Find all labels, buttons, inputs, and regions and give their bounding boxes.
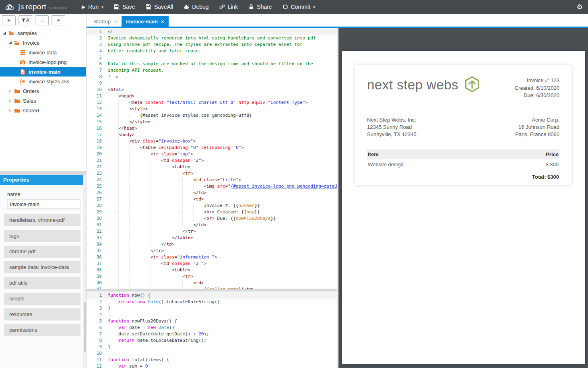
code-line[interactable]: 23 <tr> [87, 170, 337, 177]
debug-button[interactable]: Debug [178, 0, 214, 14]
tree-caret-icon[interactable] [8, 41, 12, 45]
name-input[interactable] [7, 199, 80, 209]
tree-item-sales[interactable]: Sales [0, 96, 86, 105]
code-line[interactable]: 24 <td class="title"> [87, 177, 337, 183]
menu-button[interactable]: ≡ [52, 15, 65, 25]
code-line[interactable]: 32 </tr> [87, 228, 337, 235]
code-line[interactable]: 36 <tr class="information "> [87, 254, 337, 260]
code-line[interactable]: 10 [87, 350, 337, 357]
code-line[interactable]: 11function total(items) { [87, 357, 337, 363]
tree-item-invoice[interactable]: Invoice [0, 38, 86, 48]
helpers-js-editor[interactable]: 1function now() {2 return new Date().toL… [87, 292, 337, 368]
settings-gear-icon[interactable]: ⚙ [571, 3, 588, 11]
code-line[interactable]: 2 return new Date().toLocaleDateString() [87, 299, 337, 305]
save-button[interactable]: Save [109, 0, 140, 14]
code-line[interactable]: 30 <br> Due: {{nowPlus20Days}} [87, 215, 337, 222]
code-line[interactable]: 5function nowPlus20Days() { [87, 318, 337, 325]
code-line[interactable]: 12 var sum = 0 [87, 363, 337, 368]
code-line[interactable]: 37 <td colspan="2 "> [87, 260, 337, 267]
code-line[interactable]: 33 </table> [87, 235, 337, 241]
invoice-item-row: Website design$ 300 [367, 159, 559, 170]
tree-item-invoice-main[interactable]: invoice-main [0, 67, 86, 76]
properties-section-handlebars-chrome-pdf[interactable]: handlebars, chrome-pdf [4, 214, 80, 226]
properties-section-tags[interactable]: tags [4, 230, 80, 242]
properties-section-permissions[interactable]: permissions [4, 324, 80, 336]
code-line[interactable]: 40 <td> [87, 280, 337, 286]
preview-panel[interactable]: next step webs Invoice #: 123Created: 6/… [338, 28, 588, 368]
code-line[interactable]: 13 <style> [87, 106, 337, 112]
editor-horizontal-splitter[interactable] [87, 289, 337, 292]
code-line[interactable]: 3using chrome-pdf recipe. The styles are… [87, 41, 337, 48]
link-button[interactable]: Link [214, 0, 243, 14]
code-line[interactable]: 8 return date.toLocaleDateString(); [87, 337, 337, 344]
tree-caret-icon[interactable] [8, 89, 12, 93]
code-line[interactable]: 15 </style> [87, 119, 337, 125]
code-line[interactable]: 28 Invoice #: {{number}} [87, 203, 337, 209]
html-template-editor[interactable]: 1<!--2Invoice dynamically rendered into … [87, 28, 337, 289]
add-button[interactable]: + [2, 15, 16, 25]
code-line[interactable]: 39 <tr> [87, 273, 337, 280]
properties-section-scripts[interactable]: scripts [4, 293, 80, 305]
code-line[interactable]: 18 <div class="invoice-box"> [87, 138, 337, 145]
arrow-right-button[interactable]: → [35, 15, 49, 25]
code-line[interactable]: 6 var date = new Date() [87, 325, 337, 331]
properties-section-sample-data-invoice-data[interactable]: sample data: invoice-data [4, 261, 80, 273]
tree-item-invoice-styles-css[interactable]: invoice-styles.css [0, 76, 86, 86]
code-line[interactable]: 5 [87, 54, 337, 61]
code-line[interactable]: 9} [87, 344, 337, 350]
tree-item-orders[interactable]: Orders [0, 86, 86, 96]
tree-item-invoice-data[interactable]: invoice-data [0, 48, 86, 57]
code-line[interactable]: 19 <table cellpadding="0" cellspacing="0… [87, 145, 337, 151]
save-all-button[interactable]: SaveAll [140, 0, 178, 14]
tab-startup[interactable]: Startup× [89, 16, 122, 27]
code-line[interactable]: 20 <tr class="top"> [87, 151, 337, 157]
properties-scrollbar[interactable] [83, 175, 86, 368]
tree-caret-icon[interactable] [8, 108, 12, 112]
code-line[interactable]: 4better readability and later reuse. [87, 48, 337, 54]
tab-close-icon[interactable]: × [161, 19, 164, 25]
code-line[interactable]: 1<!-- [87, 29, 337, 35]
tree-caret-icon[interactable] [2, 31, 6, 35]
properties-section-pdf-utils[interactable]: pdf utils [4, 277, 80, 289]
code-line[interactable]: 29 <br> Created: {{now}} [87, 209, 337, 215]
properties-section-resources[interactable]: resources [4, 308, 80, 320]
code-line[interactable]: 26 </td> [87, 190, 337, 196]
properties-section-chrome-pdf[interactable]: chrome pdf [4, 246, 80, 258]
code-line[interactable]: 34 </td> [87, 241, 337, 248]
code-line[interactable]: 25 <img src="{#asset invoice-logo.png @e… [87, 183, 337, 190]
code-line[interactable]: 7incoming API request. [87, 67, 337, 74]
code-line[interactable]: 12 <meta content="text/html; charset=utf… [87, 99, 337, 106]
scrollbar-thumb[interactable] [84, 302, 86, 352]
code-line[interactable]: 10<html> [87, 87, 337, 93]
tree-item-invoice-logo-png[interactable]: invoice-logo.png [0, 57, 86, 67]
tree-caret-icon[interactable] [8, 99, 12, 103]
code-line[interactable]: 7 date.setDate(date.getDate() + 20); [87, 331, 337, 337]
filter-button[interactable]: A [19, 15, 32, 25]
tab-invoice-main[interactable]: invoice-main× [122, 16, 169, 27]
tab-close-icon[interactable]: × [114, 19, 117, 25]
tree-item-samples[interactable]: samples [0, 28, 86, 38]
code-line[interactable]: 16 </head> [87, 125, 337, 132]
code-line[interactable]: 4 [87, 312, 337, 318]
code-line[interactable]: 3} [87, 305, 337, 312]
code-line[interactable]: 11 <head> [87, 93, 337, 99]
code-line[interactable]: 21 <td colspan="2"> [87, 157, 337, 164]
code-line[interactable]: 27 <td> [87, 196, 337, 203]
code-line[interactable]: 17 <body> [87, 132, 337, 138]
sidebar-horizontal-splitter[interactable] [0, 171, 86, 175]
code-line[interactable]: 6Data to this sample are mocked at the d… [87, 61, 337, 67]
code-line[interactable]: 8!--> [87, 74, 337, 80]
run-button[interactable]: ▶Run▾ [76, 0, 109, 14]
code-line[interactable]: 1function now() { [87, 292, 337, 299]
code-line[interactable]: 35 </tr> [87, 248, 337, 254]
share-button[interactable]: Share [243, 0, 277, 14]
code-line[interactable]: 31 </td> [87, 222, 337, 228]
code-line[interactable]: 14 {#asset invoice-styles.css @encoding=… [87, 112, 337, 119]
tree-item-shared[interactable]: shared [0, 105, 86, 115]
code-line[interactable]: 38 <table> [87, 267, 337, 273]
commit-button[interactable]: Commit▾ [277, 0, 320, 14]
code-text: <head> [108, 93, 134, 99]
code-line[interactable]: 2Invoice dynamically rendered into html … [87, 35, 337, 41]
code-line[interactable]: 22 <table> [87, 164, 337, 170]
code-line[interactable]: 9 [87, 80, 337, 87]
